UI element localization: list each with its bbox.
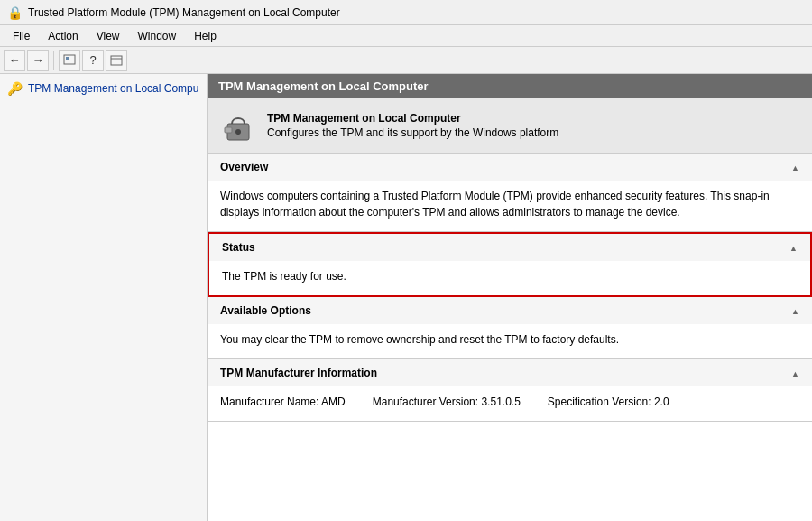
content-header: TPM Management on Local Computer bbox=[208, 74, 812, 98]
section-available-options-title: Available Options bbox=[220, 304, 311, 317]
section-overview-chevron bbox=[791, 161, 799, 173]
menu-window[interactable]: Window bbox=[129, 25, 186, 46]
svg-rect-2 bbox=[111, 56, 122, 65]
svg-rect-7 bbox=[225, 127, 232, 133]
section-status: Status The TPM is ready for use. bbox=[208, 232, 812, 297]
description-row: TPM Management on Local Computer Configu… bbox=[208, 98, 812, 154]
manufacturer-name: Manufacturer Name: AMD bbox=[220, 394, 346, 410]
main-layout: 🔑 TPM Management on Local Compu TPM Mana… bbox=[0, 74, 812, 521]
back-button[interactable]: ← bbox=[4, 50, 25, 71]
status-wrapper: Status The TPM is ready for use. bbox=[208, 232, 812, 297]
section-status-body: The TPM is ready for use. bbox=[222, 270, 346, 283]
menu-view[interactable]: View bbox=[88, 25, 129, 46]
title-bar: 🔒 Trusted Platform Module (TPM) Manageme… bbox=[0, 0, 812, 25]
section-status-content: The TPM is ready for use. bbox=[209, 261, 810, 295]
section-overview-header[interactable]: Overview bbox=[208, 154, 812, 181]
description-text: TPM Management on Local Computer Configu… bbox=[267, 112, 558, 139]
svg-rect-1 bbox=[66, 57, 69, 60]
title-bar-text: Trusted Platform Module (TPM) Management… bbox=[28, 6, 340, 19]
section-overview-title: Overview bbox=[220, 161, 268, 173]
section-available-options-chevron bbox=[791, 304, 799, 317]
desc-subtitle: Configures the TPM and its support by th… bbox=[267, 126, 558, 139]
help-button[interactable]: ? bbox=[82, 50, 104, 71]
menu-action[interactable]: Action bbox=[39, 25, 87, 46]
menu-help[interactable]: Help bbox=[185, 25, 226, 46]
menu-file[interactable]: File bbox=[4, 25, 39, 46]
tpm-icon bbox=[220, 107, 256, 144]
sidebar-item-label: TPM Management on Local Compu bbox=[28, 82, 198, 95]
forward-button[interactable]: → bbox=[27, 50, 49, 71]
desc-title: TPM Management on Local Computer bbox=[267, 112, 558, 125]
menu-bar: File Action View Window Help bbox=[0, 25, 812, 47]
manufacturer-version: Manufacturer Version: 3.51.0.5 bbox=[373, 394, 521, 410]
section-overview: Overview Windows computers containing a … bbox=[208, 154, 812, 232]
console-button[interactable] bbox=[106, 50, 127, 71]
section-tpm-manufacturer-title: TPM Manufacturer Information bbox=[220, 367, 377, 379]
section-available-options-body: You may clear the TPM to remove ownershi… bbox=[220, 333, 619, 346]
sidebar: 🔑 TPM Management on Local Compu bbox=[0, 74, 208, 521]
section-available-options-header[interactable]: Available Options bbox=[208, 297, 812, 324]
section-tpm-manufacturer-header[interactable]: TPM Manufacturer Information bbox=[208, 359, 812, 386]
app-icon: 🔒 bbox=[7, 5, 23, 20]
specification-version: Specification Version: 2.0 bbox=[548, 394, 669, 410]
content-area: TPM Management on Local Computer TPM Man… bbox=[208, 74, 812, 521]
svg-rect-0 bbox=[64, 55, 75, 64]
manufacturer-info: Manufacturer Name: AMD Manufacturer Vers… bbox=[220, 394, 799, 410]
toolbar: ← → ? bbox=[0, 47, 812, 74]
section-overview-content: Windows computers containing a Trusted P… bbox=[208, 181, 812, 231]
section-status-header[interactable]: Status bbox=[209, 234, 810, 261]
up-button[interactable] bbox=[59, 50, 80, 71]
sidebar-item-tpm[interactable]: 🔑 TPM Management on Local Compu bbox=[0, 78, 207, 99]
section-tpm-manufacturer-content: Manufacturer Name: AMD Manufacturer Vers… bbox=[208, 386, 812, 421]
section-available-options: Available Options You may clear the TPM … bbox=[208, 297, 812, 359]
section-status-chevron bbox=[789, 241, 798, 254]
section-tpm-manufacturer: TPM Manufacturer Information Manufacture… bbox=[208, 359, 812, 422]
section-available-options-content: You may clear the TPM to remove ownershi… bbox=[208, 324, 812, 358]
toolbar-separator bbox=[53, 51, 54, 70]
section-status-title: Status bbox=[222, 241, 255, 254]
tpm-sidebar-icon: 🔑 bbox=[7, 81, 23, 96]
section-overview-body: Windows computers containing a Trusted P… bbox=[220, 190, 770, 219]
section-tpm-manufacturer-chevron bbox=[791, 367, 799, 379]
